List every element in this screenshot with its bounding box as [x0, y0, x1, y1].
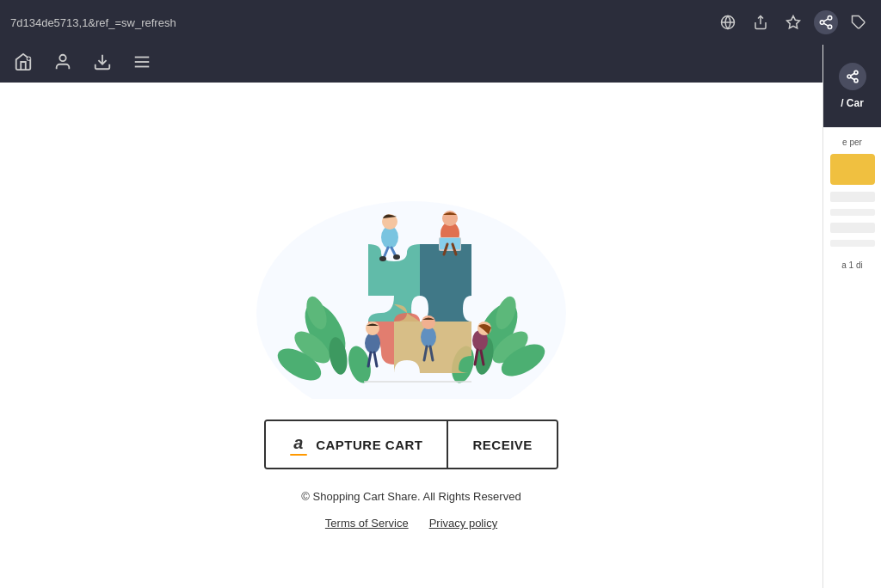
footer-links: Terms of Service Privacy policy [325, 517, 497, 530]
svg-point-48 [421, 327, 436, 347]
puzzle-icon[interactable] [847, 10, 871, 34]
toolbar [0, 45, 822, 83]
svg-point-13 [59, 54, 65, 60]
right-sidebar: / Car e per a 1 di [822, 45, 881, 588]
sidebar-yellow-button[interactable] [830, 154, 875, 185]
sidebar-content: e per a 1 di [823, 127, 881, 588]
capture-cart-label: CAPTURE CART [316, 438, 422, 452]
receive-button[interactable]: RECEIVE [448, 421, 556, 468]
receive-label: RECEIVE [472, 438, 532, 452]
svg-point-44 [365, 333, 380, 353]
sidebar-snippet-2: a 1 di [841, 260, 862, 270]
sidebar-top: / Car [823, 45, 881, 127]
privacy-policy-link[interactable]: Privacy policy [429, 517, 497, 530]
sidebar-share-icon [839, 63, 866, 90]
hero-illustration [231, 141, 592, 399]
amazon-logo-icon: a [290, 433, 307, 456]
sidebar-line-1 [830, 192, 875, 202]
svg-line-7 [823, 23, 828, 26]
sidebar-line-4 [830, 240, 875, 247]
svg-point-56 [854, 70, 858, 74]
menu-icon[interactable] [132, 52, 151, 76]
sidebar-line-2 [830, 209, 875, 216]
svg-marker-3 [787, 16, 800, 28]
browser-bar: 7d134de5713,1&ref_=sw_refresh [0, 0, 881, 45]
sidebar-line-3 [830, 223, 875, 233]
svg-point-5 [820, 21, 824, 25]
svg-point-37 [393, 254, 400, 260]
svg-point-36 [379, 256, 386, 261]
terms-of-service-link[interactable]: Terms of Service [325, 517, 409, 530]
svg-line-59 [850, 77, 854, 80]
download-icon[interactable] [93, 52, 112, 76]
browser-url[interactable]: 7d134de5713,1&ref_=sw_refresh [10, 16, 716, 29]
main-content: a CAPTURE CART RECEIVE © Shopping Cart S… [0, 83, 822, 588]
svg-rect-41 [440, 238, 460, 249]
capture-cart-button[interactable]: a CAPTURE CART [266, 421, 448, 468]
copyright-text: © Shopping Cart Share. All Rights Reserv… [301, 490, 521, 503]
svg-point-4 [828, 16, 832, 21]
svg-point-6 [828, 25, 832, 29]
svg-point-45 [366, 322, 379, 335]
home-add-icon[interactable] [14, 52, 33, 76]
share-active-icon[interactable] [814, 10, 838, 34]
bookmark-icon[interactable] [781, 10, 805, 34]
svg-line-8 [823, 19, 828, 21]
translate-icon[interactable] [716, 10, 740, 34]
share-icon[interactable] [749, 10, 773, 34]
action-buttons: a CAPTURE CART RECEIVE [264, 420, 558, 469]
svg-point-49 [422, 315, 435, 329]
svg-point-58 [854, 79, 858, 83]
svg-line-60 [850, 73, 854, 76]
svg-point-57 [847, 75, 851, 78]
person-icon[interactable] [53, 52, 72, 76]
sidebar-app-name: / Car [841, 97, 864, 109]
sidebar-snippet-1: e per [842, 138, 862, 147]
